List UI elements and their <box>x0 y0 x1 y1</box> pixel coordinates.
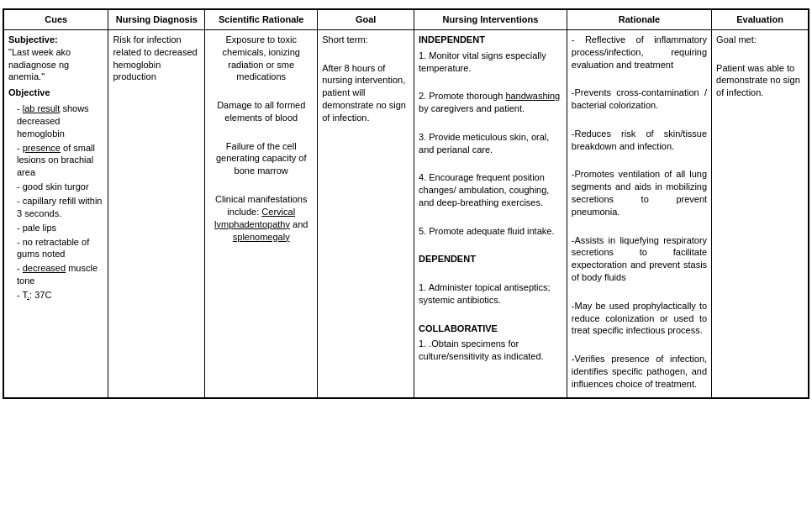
sci-rationale-4: Clinical manifestations include: Cervica… <box>209 193 313 243</box>
independent-header: INDEPENDENT <box>419 34 562 46</box>
intervention-4: 4. Encourage frequent position changes/ … <box>419 171 562 209</box>
collaborative-1: 1. .Obtain specimens for culture/sensiti… <box>419 338 562 363</box>
header-rationale: Rationale <box>567 10 711 30</box>
sci-rationale-1: Exposure to toxic chemicals, ionizing ra… <box>209 34 313 83</box>
list-item: - no retractable of gums noted <box>17 236 103 261</box>
header-evaluation: Evaluation <box>712 10 809 30</box>
list-item: - good skin turgor <box>17 181 103 193</box>
goal-text: After 8 hours of nursing intervention, p… <box>322 62 409 124</box>
rationale-1: - Reflective of inflammatory process/inf… <box>572 34 707 71</box>
list-item: - T.: 37C <box>17 289 103 302</box>
intervention-3: 3. Provide meticulous skin, oral, and pe… <box>419 131 562 156</box>
list-item: - lab result shows decreased hemoglobin <box>17 102 103 140</box>
rationale-7: -Verifies presence of infection, identif… <box>572 353 707 391</box>
header-goal: Goal <box>318 10 414 30</box>
cues-cell: Subjective: "Last week ako nadiagnose ng… <box>4 29 108 397</box>
objective-label: Objective <box>8 87 50 97</box>
sci-rationale-3: Failure of the cell generating capacity … <box>209 140 313 178</box>
evaluation-goal: Goal met: <box>716 34 804 46</box>
interventions-cell: INDEPENDENT 1. Monitor vital signs espec… <box>414 29 567 397</box>
rationale-6: -May be used prophylactically to reduce … <box>572 300 707 338</box>
header-sci-rationale: Scientific Rationale <box>205 10 318 30</box>
list-item: - pale lips <box>17 222 103 234</box>
goal-cell: Short term: After 8 hours of nursing int… <box>318 29 414 397</box>
rationale-4: -Promotes ventilation of all lung segmen… <box>572 168 707 218</box>
diagnosis-cell: Risk for infection related to decreased … <box>108 29 205 397</box>
list-item: - decreased muscle tone <box>17 262 103 287</box>
rationale-2: -Prevents cross-contamination / bacteria… <box>572 87 707 112</box>
subjective-text: "Last week ako nadiagnose ng anemia." <box>8 47 71 82</box>
list-item: - capillary refill within 3 seconds. <box>17 195 103 220</box>
collaborative-header: COLLABORATIVE <box>419 323 562 335</box>
intervention-1: 1. Monitor vital signs especially temper… <box>419 50 562 75</box>
dependent-header: DEPENDENT <box>419 253 562 265</box>
dependent-1: 1. Administer topical antiseptics; syste… <box>419 281 562 307</box>
rationale-5: -Assists in liquefying respiratory secre… <box>572 234 707 284</box>
intervention-2: 2. Promote thorough handwashing by careg… <box>419 90 562 115</box>
header-diagnosis: Nursing Diagnosis <box>108 10 205 30</box>
header-cues: Cues <box>4 10 108 30</box>
header-interventions: Nursing Interventions <box>414 10 567 30</box>
intervention-5: 5. Promote adequate fluid intake. <box>419 225 562 238</box>
rationale-cell: - Reflective of inflammatory process/inf… <box>567 29 711 397</box>
evaluation-cell: Goal met: Patient was able to demonstrat… <box>712 29 809 397</box>
rationale-3: -Reduces risk of skin/tissue breakdown a… <box>572 128 707 153</box>
goal-short-term: Short term: <box>322 34 409 46</box>
nursing-care-plan-table: Cues Nursing Diagnosis Scientific Ration… <box>3 8 809 399</box>
sci-rationale-2: Damage to all formed elements of blood <box>209 99 313 124</box>
diagnosis-text: Risk for infection related to decreased … <box>113 34 197 82</box>
objective-list: - lab result shows decreased hemoglobin … <box>8 102 103 302</box>
list-item: - presence of small lesions on brachial … <box>17 142 103 180</box>
evaluation-text: Patient was able to demonstrate no sign … <box>716 62 804 100</box>
table-row: Subjective: "Last week ako nadiagnose ng… <box>4 29 809 397</box>
subjective-label: Subjective: <box>8 34 58 45</box>
sci-rationale-cell: Exposure to toxic chemicals, ionizing ra… <box>205 29 318 397</box>
